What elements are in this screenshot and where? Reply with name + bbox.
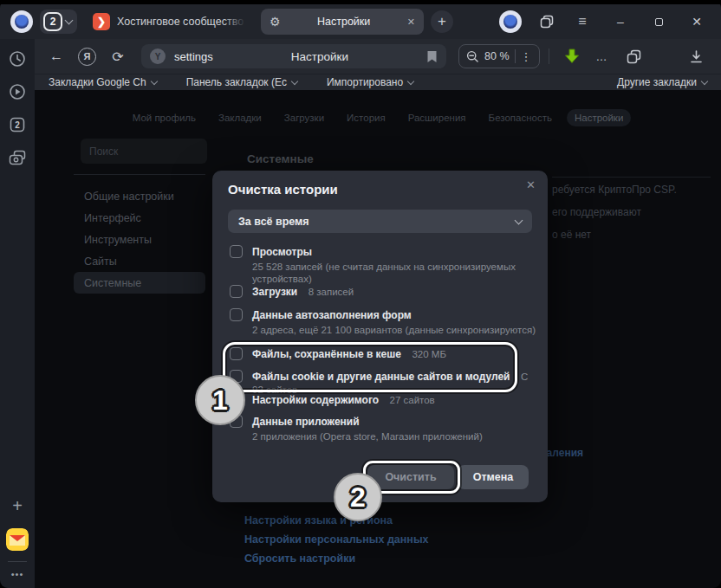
item-label: Загрузки [252,286,297,298]
row-autofill-forms: Данные автозаполнения форм 2 адреса, ещё… [230,308,536,336]
checkbox-downloads[interactable] [230,285,243,298]
time-period-select[interactable]: За всё время [228,210,532,233]
screenshot-camera-icon[interactable] [7,148,28,167]
sidebar-item-sites[interactable]: Сайты [74,250,205,272]
nav-bookmarks[interactable]: Закладки [211,109,270,126]
more-options-icon[interactable]: ⋮ [521,50,532,63]
add-panel-icon[interactable]: + [12,496,23,516]
page-title: Настройки [222,50,418,63]
tab-groups-icon[interactable] [626,48,642,65]
divider [549,48,549,64]
page-section-heading: Системные [247,152,314,165]
site-favicon-icon: ❯ [93,13,110,30]
gear-icon: ⚙ [270,15,281,29]
titlebar-right-cluster: ≡ – ✕ [499,10,707,33]
bookmarks-folder-edge[interactable]: Панель закладок (Ec [186,76,297,88]
sidebar-item-interface[interactable]: Интерфейс [74,207,205,229]
truncated-text: ребуется КриптоПро CSP. [552,184,677,196]
nav-downloads[interactable]: Загрузки [276,109,332,126]
item-label: Просмотры [252,246,312,258]
sidebar-item-general[interactable]: Общие настройки [74,185,205,207]
item-label: Данные автозаполнения форм [252,309,412,321]
bookmarks-folder-other[interactable]: Другие закладки [617,76,707,88]
link-personal-data-settings[interactable]: Настройки персональных данных [244,533,429,546]
item-detail: 25 528 записей (не считая данных на синх… [252,261,536,285]
menu-icon[interactable]: ≡ [572,14,593,29]
history-clock-icon[interactable] [8,49,27,68]
item-detail: 2 адреса, ещё 21 100 вариантов (данные с… [252,324,536,336]
tab-hosting-community[interactable]: ❯ Хостинговое сообщество [84,9,254,35]
yandex-home-icon[interactable]: Я [78,48,96,66]
annotation-step-2: 2 [334,473,382,521]
settings-sidebar: Общие настройки Интерфейс Инструменты Са… [74,185,205,294]
new-tab-button[interactable]: + [431,10,453,33]
url-text[interactable]: settings [174,50,213,63]
tab-title: Хостинговое сообщество [117,16,245,28]
close-window-button[interactable]: ✕ [686,15,707,29]
settings-top-nav: Мой профиль Закладки Загрузки История Ра… [35,109,721,126]
divider [515,49,516,63]
sidebar-item-system[interactable]: Системные [74,272,205,294]
chevron-down-icon [150,78,157,85]
zoom-out-magnifier-icon[interactable] [466,50,479,63]
chevron-down-icon [515,216,523,224]
dialog-title: Очистка истории [228,182,338,197]
nav-settings[interactable]: Настройки [567,109,631,126]
tab-settings[interactable]: ⚙ Настройки ✕ [261,9,424,35]
protect-icon: Y [150,48,166,64]
screenshot-stage: 2 ❯ Хостинговое сообщество ⚙ Настройки ✕… [0,0,721,588]
item-detail: 2 приложения (Opera store, Магазин прило… [252,430,483,443]
zoom-control[interactable]: 80 % ⋮ [458,44,540,68]
item-label: Настройки содержимого [252,394,379,406]
nav-my-profile[interactable]: Мой профиль [125,109,204,126]
back-button[interactable]: ← [43,48,69,64]
address-bar[interactable]: Y settings Настройки [141,44,446,68]
nav-extensions[interactable]: Расширения [400,109,474,126]
reload-button[interactable]: ⟳ [105,48,131,65]
bookmark-folder-label: Импортировано [327,76,403,88]
cancel-button[interactable]: Отмена [458,465,529,489]
annotation-step-1: 1 [195,375,245,425]
bookmark-folder-label: Панель закладок (Ec [186,76,287,88]
settings-page: Мой профиль Закладки Загрузки История Ра… [35,90,721,588]
link-reset-settings[interactable]: Сбросить настройки [244,552,355,565]
divider [74,174,205,175]
bookmarks-folder-chrome[interactable]: Закладки Google Ch [49,76,157,88]
divider [8,561,27,562]
clear-history-dialog: Очистка истории ✕ За всё время Просмотры… [212,171,548,502]
bookmark-flag-icon[interactable] [426,50,438,63]
close-tab-icon[interactable]: ✕ [407,16,415,28]
zoom-level: 80 % [484,50,510,62]
settings-search-input[interactable]: Поиск [81,139,207,164]
minimize-button[interactable]: – [610,15,631,29]
nav-history[interactable]: История [339,109,393,126]
tab-counter[interactable]: 2 [40,10,77,34]
bookmark-folder-label: Другие закладки [617,76,697,88]
profile-avatar[interactable] [10,10,33,33]
video-play-icon[interactable] [8,82,27,101]
close-dialog-icon[interactable]: ✕ [526,178,536,191]
tab-count-badge: 2 [43,12,62,31]
maximize-button[interactable] [648,15,669,29]
side-panels-icon[interactable] [539,14,555,29]
yandex-mail-icon[interactable] [6,528,29,551]
checkbox-autofill-forms[interactable] [230,308,243,321]
chevron-down-icon [65,16,74,25]
bookmark-folder-label: Закладки Google Ch [49,76,146,88]
tabs-count-icon[interactable]: 2 [8,115,27,134]
truncated-text: его поддерживают [552,206,641,218]
downloads-icon[interactable] [689,49,704,64]
truncated-text: о её нет [552,229,591,241]
browser-sidebar: 2 + ••• [0,39,35,588]
checkbox-browsing-history[interactable] [230,245,243,258]
sidebar-item-tools[interactable]: Инструменты [74,229,205,250]
nav-security[interactable]: Безопасность [481,109,560,126]
extensions-more-icon[interactable]: … [596,50,608,63]
svg-text:2: 2 [15,120,20,130]
row-app-data: Данные приложений 2 приложения (Opera st… [230,415,536,443]
more-dots-icon[interactable]: ••• [11,569,24,579]
download-complete-icon[interactable] [563,48,581,65]
bookmarks-folder-imported[interactable]: Импортировано [327,76,413,88]
user-avatar[interactable] [499,10,522,33]
item-detail: 27 сайтов [390,395,435,405]
